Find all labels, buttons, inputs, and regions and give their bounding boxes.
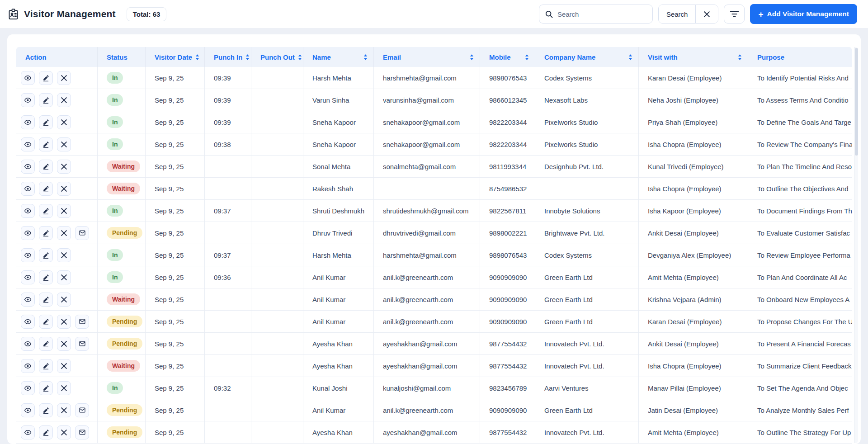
delete-button[interactable] [57, 160, 71, 174]
clear-search-button[interactable] [696, 5, 718, 23]
add-visitor-button[interactable]: + Add Visitor Management [750, 4, 857, 24]
eye-icon [24, 274, 32, 281]
column-header[interactable]: Mobile [480, 47, 535, 67]
view-button[interactable] [21, 270, 35, 284]
view-button[interactable] [21, 381, 35, 395]
search-box[interactable] [539, 5, 653, 24]
view-button[interactable] [21, 226, 35, 240]
view-button[interactable] [21, 425, 35, 439]
column-header[interactable]: Email [374, 47, 480, 67]
delete-button[interactable] [57, 115, 71, 129]
sort-icon[interactable] [195, 54, 200, 61]
column-header[interactable]: Punch Out [251, 47, 303, 67]
delete-button[interactable] [57, 425, 71, 439]
sort-icon[interactable] [524, 54, 529, 61]
sort-icon[interactable] [469, 54, 474, 61]
action-cell [16, 200, 98, 222]
column-header[interactable]: Visit with [639, 47, 748, 67]
edit-button[interactable] [39, 115, 53, 129]
name-cell: Sneha Kapoor [303, 111, 374, 133]
table-row: In Sep 9, 25 09:39 Varun Sinha varunsinh… [16, 89, 852, 111]
edit-button[interactable] [39, 182, 53, 196]
mail-button[interactable] [75, 226, 89, 240]
delete-button[interactable] [57, 270, 71, 284]
view-button[interactable] [21, 293, 35, 307]
delete-button[interactable] [57, 226, 71, 240]
view-button[interactable] [21, 115, 35, 129]
sort-icon[interactable] [628, 54, 633, 61]
column-header[interactable]: Punch In [205, 47, 251, 67]
edit-button[interactable] [39, 204, 53, 218]
delete-button[interactable] [57, 71, 71, 85]
delete-button[interactable] [57, 359, 71, 373]
sort-icon[interactable] [245, 54, 250, 61]
delete-button[interactable] [57, 182, 71, 196]
edit-button[interactable] [39, 71, 53, 85]
filter-button[interactable] [724, 5, 745, 24]
edit-button[interactable] [39, 403, 53, 417]
view-button[interactable] [21, 248, 35, 262]
punch-out-cell [251, 133, 303, 155]
sort-icon[interactable] [737, 54, 742, 61]
delete-button[interactable] [57, 293, 71, 307]
delete-button[interactable] [57, 248, 71, 262]
eye-icon [24, 118, 32, 126]
view-button[interactable] [21, 403, 35, 417]
edit-button[interactable] [39, 248, 53, 262]
mail-button[interactable] [75, 315, 89, 329]
status-cell: In [98, 244, 146, 266]
edit-button[interactable] [39, 137, 53, 151]
column-header[interactable]: Company Name [535, 47, 639, 67]
delete-button[interactable] [57, 137, 71, 151]
scrollbar-thumb[interactable] [855, 48, 858, 156]
delete-button[interactable] [57, 403, 71, 417]
pencil-icon [42, 407, 49, 414]
column-header[interactable]: Visitor Date [146, 47, 205, 67]
edit-button[interactable] [39, 226, 53, 240]
sort-icon[interactable] [363, 54, 368, 61]
delete-button[interactable] [57, 315, 71, 329]
edit-button[interactable] [39, 337, 53, 351]
visit-with-cell: Manav Pillai (Employee) [639, 377, 748, 399]
sort-icon[interactable] [297, 54, 302, 61]
delete-button[interactable] [57, 337, 71, 351]
edit-button[interactable] [39, 425, 53, 439]
edit-button[interactable] [39, 160, 53, 174]
edit-button[interactable] [39, 93, 53, 107]
search-button[interactable]: Search [659, 5, 696, 23]
name-cell: Anil Kumar [303, 311, 374, 332]
table-row: In Sep 9, 25 09:37 Harsh Mehta harshmeht… [16, 244, 852, 266]
view-button[interactable] [21, 182, 35, 196]
mail-button[interactable] [75, 425, 89, 439]
table-row: In Sep 9, 25 09:39 Sneha Kapoor snehakap… [16, 111, 852, 133]
vertical-scrollbar[interactable] [854, 47, 858, 443]
search-input[interactable] [557, 10, 647, 18]
delete-button[interactable] [57, 204, 71, 218]
delete-button[interactable] [57, 381, 71, 395]
status-cell: Waiting [98, 288, 146, 310]
view-button[interactable] [21, 160, 35, 174]
delete-button[interactable] [57, 93, 71, 107]
visitor-date-cell: Sep 9, 25 [146, 222, 205, 244]
view-button[interactable] [21, 71, 35, 85]
view-button[interactable] [21, 359, 35, 373]
mail-button[interactable] [75, 403, 89, 417]
view-button[interactable] [21, 137, 35, 151]
edit-button[interactable] [39, 359, 53, 373]
edit-button[interactable] [39, 315, 53, 329]
table-body: In Sep 9, 25 09:39 Harsh Mehta harshmeht… [16, 67, 852, 444]
view-button[interactable] [21, 315, 35, 329]
mail-button[interactable] [75, 337, 89, 351]
view-button[interactable] [21, 337, 35, 351]
view-button[interactable] [21, 204, 35, 218]
column-header[interactable]: Name [303, 47, 374, 67]
edit-button[interactable] [39, 293, 53, 307]
view-button[interactable] [21, 93, 35, 107]
eye-icon [24, 362, 32, 370]
name-cell: Ayesha Khan [303, 421, 374, 443]
status-cell: In [98, 67, 146, 89]
visitor-date-cell: Sep 9, 25 [146, 178, 205, 199]
punch-in-cell: 09:39 [205, 111, 251, 133]
edit-button[interactable] [39, 270, 53, 284]
edit-button[interactable] [39, 381, 53, 395]
